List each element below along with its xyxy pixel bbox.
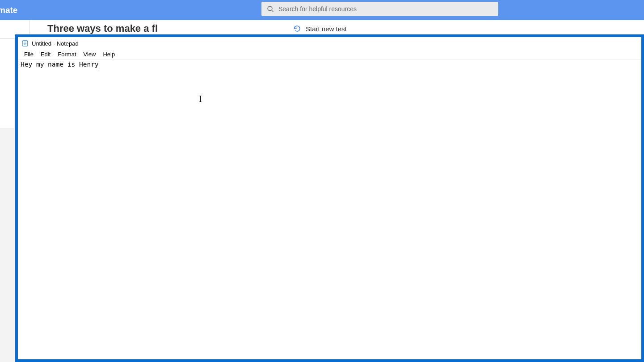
background-app-header: mate Search for helpful resources [0, 0, 644, 20]
ibeam-cursor-icon: I [199, 94, 202, 103]
svg-line-1 [272, 10, 274, 12]
notepad-window[interactable]: Untitled - Notepad File Edit Format View… [15, 34, 644, 362]
notepad-icon [21, 40, 29, 47]
notepad-menubar: File Edit Format View Help [18, 50, 641, 59]
background-left-rail [0, 39, 14, 128]
menu-file[interactable]: File [21, 51, 37, 58]
start-new-test-label: Start new test [306, 25, 347, 33]
menu-help[interactable]: Help [99, 51, 118, 58]
menu-format[interactable]: Format [54, 51, 80, 58]
notepad-window-title: Untitled - Notepad [32, 40, 79, 47]
svg-point-0 [268, 6, 272, 11]
search-icon [267, 5, 274, 13]
notepad-titlebar[interactable]: Untitled - Notepad [18, 37, 641, 50]
refresh-icon [293, 25, 301, 33]
background-search-box[interactable]: Search for helpful resources [261, 2, 498, 16]
text-caret [99, 61, 100, 69]
menu-view[interactable]: View [80, 51, 100, 58]
menu-edit[interactable]: Edit [37, 51, 54, 58]
background-heading: Three ways to make a fl [47, 23, 158, 34]
notepad-text-content: Hey my name is Henry [21, 61, 99, 68]
background-app-name: mate [0, 5, 17, 15]
background-search-placeholder: Search for helpful resources [278, 5, 357, 13]
start-new-test-button[interactable]: Start new test [293, 25, 347, 33]
notepad-text-area[interactable]: Hey my name is Henry I [18, 59, 641, 359]
